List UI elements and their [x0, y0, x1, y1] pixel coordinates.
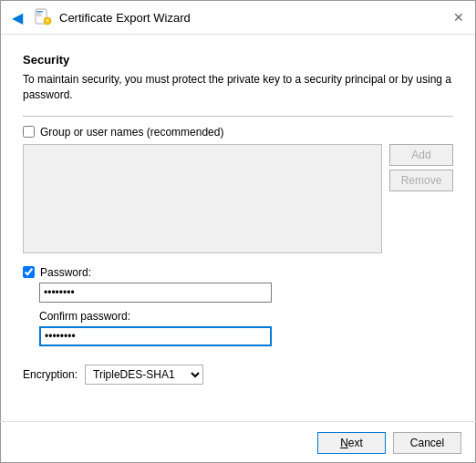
password-checkbox-label: Password: [40, 266, 91, 279]
title-left: ◀ Certificate Export Wizard [12, 8, 191, 26]
add-button[interactable]: Add [389, 144, 453, 166]
next-button[interactable]: Next [317, 432, 386, 454]
svg-rect-1 [36, 11, 43, 13]
group-list-area: Add Remove [23, 144, 453, 253]
group-list-buttons: Add Remove [389, 144, 453, 253]
svg-rect-3 [36, 15, 42, 16]
encryption-label: Encryption: [23, 368, 78, 381]
confirm-password-label: Confirm password: [39, 310, 453, 323]
security-title: Security [23, 53, 453, 67]
cancel-button[interactable]: Cancel [393, 432, 461, 454]
group-list-box [23, 144, 382, 253]
title-bar: ◀ Certificate Export Wizard ✕ [1, 1, 475, 35]
confirm-password-input[interactable] [39, 326, 272, 346]
close-button[interactable]: ✕ [450, 8, 468, 26]
password-section: Password: Confirm password: [23, 266, 453, 355]
password-input[interactable] [39, 283, 272, 303]
certificate-icon [34, 8, 52, 26]
svg-rect-2 [36, 14, 41, 15]
wizard-title: Certificate Export Wizard [59, 11, 191, 25]
group-checkbox-row: Group or user names (recommended) [23, 126, 453, 139]
divider [23, 116, 453, 117]
next-button-label: Next [340, 437, 363, 449]
group-checkbox-label: Group or user names (recommended) [40, 126, 223, 139]
svg-point-4 [44, 17, 51, 25]
encryption-select[interactable]: TripleDES-SHA1 AES256-SHA256 [85, 365, 203, 385]
remove-button[interactable]: Remove [389, 170, 453, 191]
security-description: To maintain security, you must protect t… [23, 72, 453, 103]
group-checkbox[interactable] [23, 126, 35, 138]
password-checkbox[interactable] [23, 266, 35, 278]
main-content: Security To maintain security, you must … [1, 35, 475, 399]
encryption-row: Encryption: TripleDES-SHA1 AES256-SHA256 [23, 365, 453, 385]
back-button[interactable]: ◀ [12, 9, 23, 26]
password-checkbox-row: Password: [23, 266, 453, 279]
footer: Next Cancel [0, 421, 476, 463]
